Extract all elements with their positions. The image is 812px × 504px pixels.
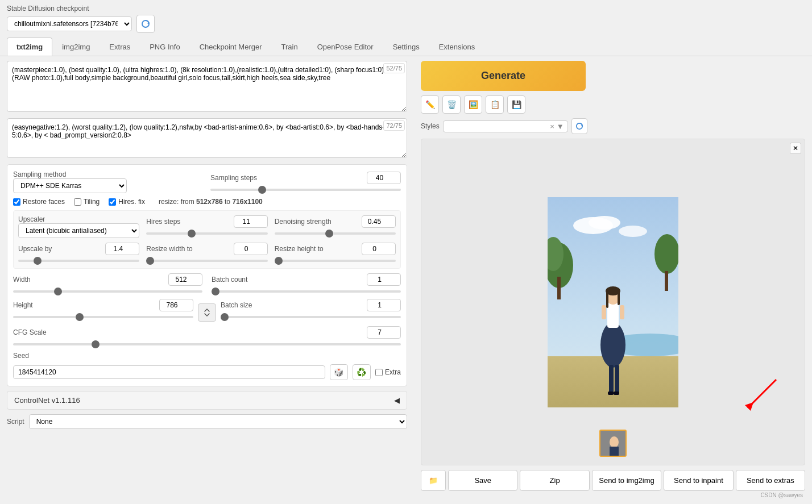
upscaler-label: Upscaler — [18, 215, 139, 223]
tab-extras[interactable]: Extras — [100, 38, 140, 56]
styles-refresh-button[interactable] — [571, 118, 587, 134]
arrow-indicator — [731, 374, 788, 419]
batch-count-group: Batch count — [212, 273, 401, 294]
brush-tool-button[interactable]: ✏️ — [421, 95, 439, 114]
restore-faces-checkbox[interactable]: Restore faces — [13, 198, 65, 206]
positive-prompt-input[interactable]: (masterpiece:1.0), (best quality:1.0), (… — [7, 61, 407, 112]
seed-input[interactable] — [13, 365, 325, 379]
svg-rect-20 — [618, 291, 620, 305]
image-close-button[interactable]: ✕ — [790, 143, 801, 154]
negative-prompt-input[interactable]: (easynegative:1.2), (worst quality:1.2),… — [7, 118, 407, 158]
tab-img2img[interactable]: img2img — [52, 38, 100, 56]
save-tool-button[interactable]: 💾 — [507, 95, 525, 114]
svg-rect-24 — [615, 365, 619, 393]
sampling-steps-slider[interactable] — [210, 189, 401, 191]
tab-checkpoint-merger[interactable]: Checkpoint Merger — [190, 38, 272, 56]
checkpoint-refresh-button[interactable] — [136, 15, 155, 33]
resize-width-slider[interactable] — [146, 260, 267, 262]
checkpoint-label: Stable Diffusion checkpoint — [7, 5, 805, 13]
upscaler-group: Upscaler Latent (bicubic antialiased) — [18, 215, 139, 238]
upscaler-select[interactable]: Latent (bicubic antialiased) — [18, 223, 139, 238]
swap-dimensions-button[interactable] — [198, 303, 216, 322]
svg-rect-9 — [557, 277, 561, 299]
save-button[interactable]: Save — [448, 470, 517, 491]
hires-steps-input[interactable] — [234, 215, 268, 228]
svg-point-10 — [654, 234, 678, 274]
resize-height-group: Resize height to — [275, 243, 396, 264]
sampling-steps-input[interactable]: 40 — [367, 172, 401, 184]
svg-marker-28 — [745, 402, 753, 411]
svg-rect-11 — [665, 271, 668, 291]
checkpoint-row: chilloutmixni.safetensors [7234b76e42] — [7, 15, 805, 33]
width-slider[interactable] — [13, 290, 202, 293]
batch-count-input[interactable] — [367, 273, 401, 286]
resize-height-slider[interactable] — [275, 260, 396, 262]
clipboard-tool-button[interactable]: 📋 — [486, 95, 504, 114]
cfg-input[interactable] — [367, 326, 401, 339]
script-select[interactable]: None — [29, 414, 407, 429]
controlnet-label: ControlNet v1.1.116 — [14, 396, 80, 405]
batch-count-slider[interactable] — [212, 290, 401, 293]
tab-extensions[interactable]: Extensions — [429, 38, 485, 56]
thumbnail-row — [599, 430, 627, 457]
tiling-checkbox[interactable]: Tiling — [74, 198, 100, 206]
seed-label: Seed — [13, 352, 401, 360]
generate-area: Generate ✏️ 🗑️ 🖼️ 📋 💾 Styles — [421, 61, 805, 134]
hires-fix-checkbox[interactable]: Hires. fix — [109, 198, 145, 206]
tab-png-info[interactable]: PNG Info — [140, 38, 189, 56]
zip-button[interactable]: Zip — [520, 470, 589, 491]
resize-height-input[interactable] — [362, 243, 396, 255]
height-slider[interactable] — [13, 316, 193, 318]
resize-width-input[interactable] — [234, 243, 268, 255]
denoising-group: Denoising strength — [275, 215, 396, 236]
upscale-by-group: Upscale by — [18, 243, 139, 264]
hires-steps-slider[interactable] — [146, 232, 267, 235]
svg-rect-22 — [620, 305, 624, 319]
upscale-by-slider[interactable] — [18, 260, 139, 262]
generate-button[interactable]: Generate — [421, 61, 586, 91]
app-container: Stable Diffusion checkpoint chilloutmixn… — [0, 0, 812, 504]
seed-row: 🎲 ♻️ Extra — [13, 364, 401, 380]
tab-openpose[interactable]: OpenPose Editor — [308, 38, 383, 56]
denoising-slider[interactable] — [275, 232, 396, 235]
styles-dropdown-icon[interactable]: ▼ — [557, 122, 564, 131]
sampling-method-select[interactable]: DPM++ SDE Karras — [13, 178, 127, 193]
height-input[interactable] — [159, 299, 193, 311]
toolbar-row: ✏️ 🗑️ 🖼️ 📋 💾 — [421, 95, 587, 114]
svg-point-13 — [589, 216, 620, 230]
seed-extra-checkbox[interactable] — [375, 369, 383, 376]
resize-width-label: Resize width to — [146, 245, 192, 253]
send-to-inpaint-button[interactable]: Send to inpaint — [664, 470, 733, 491]
width-input[interactable] — [168, 273, 202, 286]
denoising-input[interactable] — [362, 215, 396, 228]
seed-dice-button[interactable]: 🎲 — [330, 364, 348, 380]
tab-txt2img[interactable]: txt2img — [7, 38, 52, 56]
resize-width-group: Resize width to — [146, 243, 267, 264]
checkpoint-select[interactable]: chilloutmixni.safetensors [7234b76e42] — [7, 16, 132, 31]
sampling-steps-group: Sampling steps 40 — [210, 172, 401, 193]
styles-label: Styles — [421, 122, 440, 130]
dimensions-grid: Width Batch count — [13, 273, 401, 294]
upscale-by-label: Upscale by — [18, 245, 52, 253]
svg-rect-21 — [602, 305, 606, 319]
tab-train[interactable]: Train — [272, 38, 308, 56]
thumbnail-item[interactable] — [599, 430, 627, 457]
tab-settings[interactable]: Settings — [383, 38, 429, 56]
image-tool-button[interactable]: 🖼️ — [464, 95, 482, 114]
send-to-extras-button[interactable]: Send to extras — [736, 470, 805, 491]
seed-extra-label[interactable]: Extra — [375, 368, 401, 376]
cfg-label: CFG Scale — [13, 328, 47, 336]
seed-recycle-button[interactable]: ♻️ — [353, 364, 371, 380]
send-to-img2img-button[interactable]: Send to img2img — [592, 470, 661, 491]
batch-size-slider[interactable] — [221, 316, 401, 318]
svg-point-15 — [600, 322, 625, 368]
positive-token-count: 52/75 — [383, 63, 405, 73]
open-folder-button[interactable]: 📁 — [421, 470, 446, 491]
negative-token-count: 72/75 — [383, 120, 405, 131]
styles-clear-button[interactable]: × — [550, 122, 554, 131]
upscale-by-input[interactable] — [105, 243, 139, 255]
cfg-slider[interactable] — [13, 343, 401, 345]
controlnet-bar[interactable]: ControlNet v1.1.116 ◀ — [7, 391, 407, 410]
batch-size-input[interactable] — [367, 299, 401, 311]
trash-tool-button[interactable]: 🗑️ — [442, 95, 461, 114]
